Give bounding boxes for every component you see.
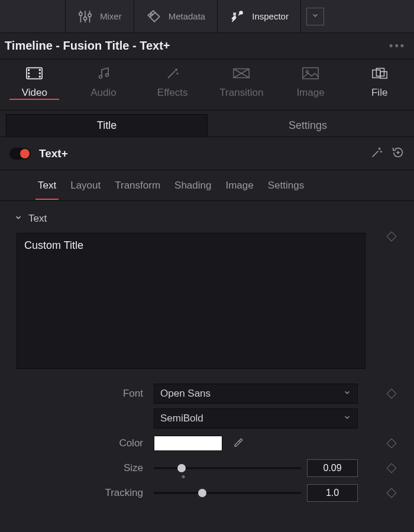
subtab-transform[interactable]: Transform — [115, 171, 160, 200]
transition-icon — [232, 66, 250, 82]
chevron-down-icon — [343, 413, 351, 424]
reset-icon[interactable] — [392, 146, 405, 161]
cat-tab-audio[interactable]: Audio — [69, 59, 138, 99]
image-icon — [302, 66, 319, 82]
subtab-shading[interactable]: Shading — [174, 171, 211, 200]
subtab-image-label: Image — [225, 180, 253, 191]
tools-icon — [229, 9, 245, 24]
svg-rect-18 — [303, 68, 318, 79]
topbar-metadata-label: Metadata — [169, 11, 206, 21]
wand-icon — [164, 66, 182, 82]
svg-point-19 — [306, 70, 309, 73]
chevron-down-icon — [343, 388, 351, 400]
svg-point-14 — [40, 76, 41, 77]
cat-tab-file-label: File — [371, 87, 387, 99]
segtab-settings[interactable]: Settings — [208, 114, 408, 137]
subtab-layout-label: Layout — [70, 180, 101, 191]
font-family-select[interactable]: Open Sans — [154, 384, 358, 404]
font-weight-select[interactable]: SemiBold — [154, 408, 358, 429]
svg-point-3 — [83, 17, 86, 20]
cat-tab-image-label: Image — [296, 87, 324, 99]
section-name: Text+ — [39, 147, 68, 160]
svg-point-12 — [40, 69, 41, 70]
file-icon — [371, 66, 389, 82]
topbar-mixer-label: Mixer — [100, 11, 122, 21]
cat-tab-video-label: Video — [22, 87, 47, 99]
color-label: Color — [11, 437, 147, 449]
svg-point-13 — [40, 73, 41, 74]
size-label: Size — [11, 462, 147, 474]
collapse-text-label: Text — [28, 213, 47, 225]
keyframe-font[interactable] — [380, 390, 403, 397]
svg-point-7 — [239, 11, 243, 15]
font-label: Font — [11, 388, 147, 400]
subtab-settings-label: Settings — [268, 180, 304, 191]
svg-point-10 — [28, 73, 30, 74]
subtab-layout[interactable]: Layout — [70, 171, 101, 200]
topbar-metadata[interactable]: Metadata — [134, 0, 218, 33]
svg-point-1 — [79, 12, 82, 15]
cat-tab-video[interactable]: Video — [0, 59, 69, 99]
font-family-value: Open Sans — [160, 388, 211, 400]
svg-point-5 — [88, 14, 91, 17]
cat-tab-transition-label: Transition — [219, 87, 263, 99]
size-value[interactable]: 0.09 — [307, 459, 358, 477]
keyframe-color[interactable] — [380, 440, 403, 447]
collapse-text-group[interactable]: Text — [14, 213, 403, 225]
cat-tab-image[interactable]: Image — [276, 59, 345, 99]
segtab-settings-label: Settings — [289, 119, 327, 132]
subtab-shading-label: Shading — [174, 180, 211, 191]
cat-tab-audio-label: Audio — [90, 87, 116, 99]
keyframe-text[interactable] — [380, 233, 403, 240]
more-menu[interactable]: ••• — [389, 40, 406, 52]
page-title: Timeline - Fusion Title - Text+ — [5, 39, 170, 53]
subtab-settings[interactable]: Settings — [268, 171, 304, 200]
tag-icon — [146, 9, 161, 24]
keyframe-size[interactable] — [380, 465, 403, 472]
keyframe-tracking[interactable] — [380, 489, 403, 497]
segtab-title-label: Title — [97, 119, 117, 132]
cat-tab-effects[interactable]: Effects — [138, 59, 207, 99]
svg-point-11 — [28, 76, 30, 77]
color-swatch[interactable] — [154, 436, 222, 451]
section-enable-toggle[interactable] — [9, 148, 31, 160]
svg-point-15 — [99, 76, 102, 79]
chevron-down-icon — [311, 11, 319, 21]
subtab-text-label: Text — [38, 180, 56, 191]
mixer-icon — [77, 9, 93, 24]
tracking-value[interactable]: 1.0 — [307, 484, 358, 502]
cat-tab-effects-label: Effects — [157, 87, 188, 99]
svg-point-16 — [106, 74, 109, 77]
magic-wand-icon[interactable] — [370, 146, 383, 161]
svg-rect-22 — [380, 72, 387, 78]
video-icon — [25, 66, 43, 82]
font-weight-value: SemiBold — [160, 413, 203, 424]
topbar-dropdown[interactable] — [300, 0, 330, 33]
topbar-inspector[interactable]: Inspector — [217, 0, 300, 33]
eyedropper-icon[interactable] — [233, 437, 244, 450]
size-slider[interactable] — [154, 462, 301, 474]
subtab-text[interactable]: Text — [38, 171, 56, 200]
subtab-transform-label: Transform — [115, 180, 160, 191]
segtab-title[interactable]: Title — [6, 114, 208, 137]
topbar-inspector-label: Inspector — [252, 11, 289, 21]
chevron-down-icon — [14, 213, 22, 225]
topbar-mixer[interactable]: Mixer — [65, 0, 134, 33]
cat-tab-transition[interactable]: Transition — [207, 59, 276, 99]
tracking-label: Tracking — [11, 487, 147, 499]
svg-point-9 — [28, 69, 30, 70]
text-content-input[interactable] — [17, 233, 366, 369]
cat-tab-file[interactable]: File — [345, 59, 414, 99]
subtab-image[interactable]: Image — [225, 171, 253, 200]
music-icon — [95, 66, 112, 82]
tracking-slider[interactable] — [154, 487, 301, 499]
